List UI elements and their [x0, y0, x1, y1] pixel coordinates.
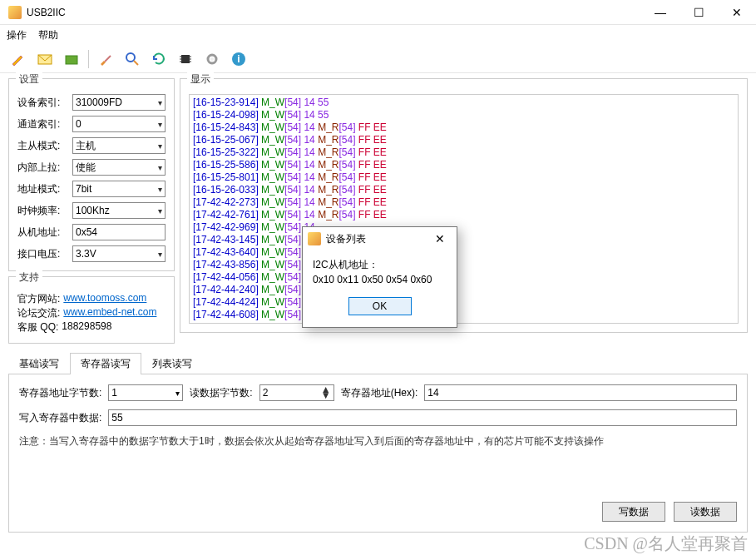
- app-icon: [8, 6, 22, 19]
- tab-register[interactable]: 寄存器读写: [70, 353, 141, 374]
- svg-text:i: i: [237, 53, 240, 65]
- window-title: USB2IIC: [27, 7, 641, 18]
- menu-operation[interactable]: 操作: [7, 28, 27, 42]
- combo-channel_index[interactable]: 0: [72, 116, 166, 132]
- log-line: [17-42-43-640] M_W[54]: [193, 246, 734, 259]
- reg-addr-bytes-label: 寄存器地址字节数:: [19, 386, 101, 400]
- log-view[interactable]: [16-15-23-914] M_W[54] 14 55[16-15-24-09…: [189, 94, 739, 324]
- label-addr_mode: 地址模式:: [17, 182, 67, 196]
- watermark: CSDN @名人堂再聚首: [584, 533, 748, 555]
- write-data-input[interactable]: 55: [108, 409, 737, 426]
- dialog-title: 设备列表: [326, 232, 428, 246]
- log-line: [17-42-44-608] M_W[54]: [193, 309, 734, 321]
- menubar: 操作 帮助: [0, 25, 756, 45]
- svg-line-4: [134, 61, 138, 65]
- forum-label: 论坛交流:: [17, 306, 60, 320]
- label-pullup: 内部上拉:: [17, 161, 67, 175]
- box-icon[interactable]: [62, 49, 82, 69]
- data-bytes-spin[interactable]: 2▲▼: [259, 384, 334, 401]
- svg-rect-1: [66, 56, 77, 64]
- reg-addr-input[interactable]: 14: [424, 384, 737, 401]
- dialog-line2: 0x10 0x11 0x50 0x54 0x60: [313, 272, 447, 287]
- forum-link[interactable]: www.embed-net.com: [63, 306, 156, 320]
- reg-addr-bytes-combo[interactable]: 1: [108, 384, 183, 401]
- log-line: [16-15-25-067] M_W[54] 14 M_R[54] FF EE: [193, 134, 734, 146]
- data-bytes-label: 读数据字节数:: [190, 386, 252, 400]
- tab-body: 寄存器地址字节数: 1 读数据字节数: 2▲▼ 寄存器地址(Hex): 14 写…: [8, 374, 748, 533]
- log-line: [17-42-44-056] M_W[54]: [193, 271, 734, 284]
- tab-list[interactable]: 列表读写: [141, 353, 203, 374]
- write-button[interactable]: 写数据: [602, 502, 665, 522]
- combo-voltage[interactable]: 3.3V: [72, 245, 166, 262]
- dialog-line1: I2C从机地址：: [313, 257, 447, 272]
- combo-pullup[interactable]: 使能: [72, 159, 166, 176]
- gear-icon[interactable]: [202, 49, 222, 69]
- reg-addr-label: 寄存器地址(Hex):: [341, 386, 418, 400]
- titlebar: USB2IIC — ☐ ✕: [0, 0, 756, 25]
- site-link[interactable]: www.toomoss.com: [63, 292, 146, 306]
- log-line: [16-15-26-033] M_W[54] 14 M_R[54] FF EE: [193, 184, 734, 196]
- combo-clock[interactable]: 100Khz: [72, 202, 166, 219]
- qq-label: 客服 QQ:: [17, 320, 58, 335]
- settings-panel: 设置 设备索引:310009FD通道索引:0主从模式:主机内部上拉:使能地址模式…: [8, 78, 175, 271]
- minimize-button[interactable]: —: [641, 0, 679, 25]
- note-text: 注意：当写入寄存器中的数据字节数大于1时，数据会依次从起始寄存器地址写入到后面的…: [19, 434, 737, 448]
- magnifier-icon[interactable]: [122, 49, 142, 69]
- tab-basic[interactable]: 基础读写: [8, 353, 70, 374]
- log-line: [16-15-25-586] M_W[54] 14 M_R[54] FF EE: [193, 159, 734, 171]
- info-icon[interactable]: i: [229, 49, 249, 69]
- maximize-button[interactable]: ☐: [679, 0, 718, 25]
- combo-master_slave[interactable]: 主机: [72, 137, 166, 154]
- write-data-label: 写入寄存器中数据:: [19, 411, 101, 425]
- label-channel_index: 通道索引:: [17, 117, 67, 131]
- label-master_slave: 主从模式:: [17, 139, 67, 153]
- log-line: [17-42-43-856] M_W[54]: [193, 259, 734, 271]
- combo-slave_addr[interactable]: 0x54: [72, 224, 166, 240]
- dialog-icon: [308, 232, 321, 245]
- chip-icon[interactable]: [175, 49, 195, 69]
- settings-title: 设置: [16, 72, 42, 87]
- menu-help[interactable]: 帮助: [38, 28, 58, 42]
- support-title: 支持: [16, 270, 42, 285]
- log-line: [16-15-25-322] M_W[54] 14 M_R[54] FF EE: [193, 146, 734, 159]
- log-line: [17-42-42-969] M_W[54] 14: [193, 221, 734, 234]
- log-line: [17-42-42-273] M_W[54] 14 M_R[54] FF EE: [193, 196, 734, 209]
- log-line: [16-15-23-914] M_W[54] 14 55: [193, 97, 734, 109]
- log-line: [16-15-24-098] M_W[54] 14 55: [193, 109, 734, 121]
- read-button[interactable]: 读数据: [674, 502, 737, 522]
- support-panel: 支持 官方网站:www.toomoss.com 论坛交流:www.embed-n…: [8, 276, 175, 344]
- refresh-icon[interactable]: [149, 49, 169, 69]
- log-line: [17-42-44-424] M_W[54]: [193, 296, 734, 309]
- pencil-icon[interactable]: [8, 49, 28, 69]
- combo-addr_mode[interactable]: 7bit: [72, 181, 166, 197]
- svg-point-3: [126, 53, 135, 62]
- dialog-close-button[interactable]: ✕: [428, 227, 452, 250]
- svg-rect-5: [181, 55, 190, 63]
- label-device_index: 设备索引:: [17, 96, 67, 110]
- envelope-icon[interactable]: [35, 49, 55, 69]
- log-line: [17-42-43-145] M_W[54]: [193, 234, 734, 246]
- log-line: [17-42-44-240] M_W[54]: [193, 284, 734, 296]
- device-list-dialog: 设备列表 ✕ I2C从机地址： 0x10 0x11 0x50 0x54 0x60…: [302, 226, 457, 328]
- site-label: 官方网站:: [17, 292, 60, 306]
- log-line: [16-15-25-801] M_W[54] 14 M_R[54] FF EE: [193, 171, 734, 184]
- label-slave_addr: 从机地址:: [17, 225, 67, 240]
- display-title: 显示: [187, 72, 214, 87]
- log-line: [17-42-44-792] M_W[54]: [193, 321, 734, 324]
- label-voltage: 接口电压:: [17, 247, 67, 261]
- display-panel: 显示 [16-15-23-914] M_W[54] 14 55[16-15-24…: [180, 78, 748, 333]
- svg-point-13: [210, 57, 214, 61]
- qq-value: 188298598: [62, 320, 111, 335]
- svg-line-2: [105, 56, 111, 62]
- combo-device_index[interactable]: 310009FD: [72, 94, 166, 111]
- log-line: [16-15-24-843] M_W[54] 14 M_R[54] FF EE: [193, 121, 734, 134]
- dialog-ok-button[interactable]: OK: [348, 297, 412, 315]
- toolbar: i: [0, 45, 756, 73]
- close-button[interactable]: ✕: [718, 0, 756, 25]
- label-clock: 时钟频率:: [17, 204, 67, 218]
- brush-icon[interactable]: [96, 49, 116, 69]
- log-line: [17-42-42-761] M_W[54] 14 M_R[54] FF EE: [193, 209, 734, 221]
